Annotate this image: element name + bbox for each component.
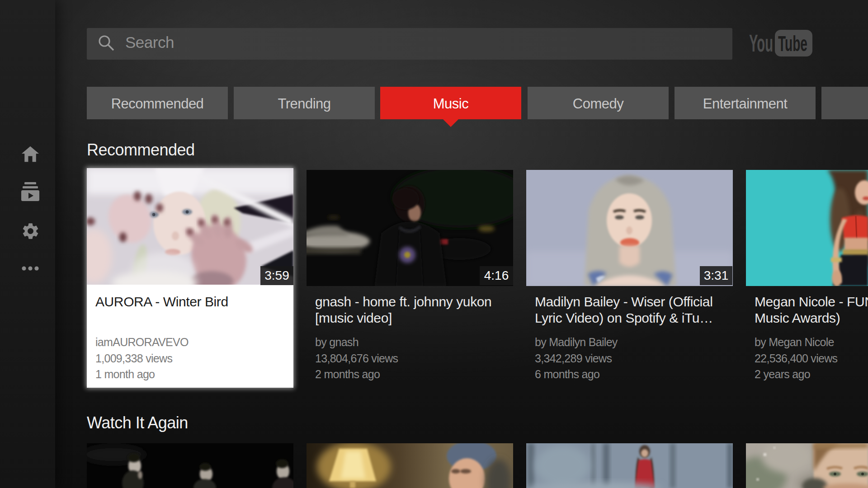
svg-text:Tube: Tube [778,31,807,56]
svg-text:You: You [749,30,773,56]
